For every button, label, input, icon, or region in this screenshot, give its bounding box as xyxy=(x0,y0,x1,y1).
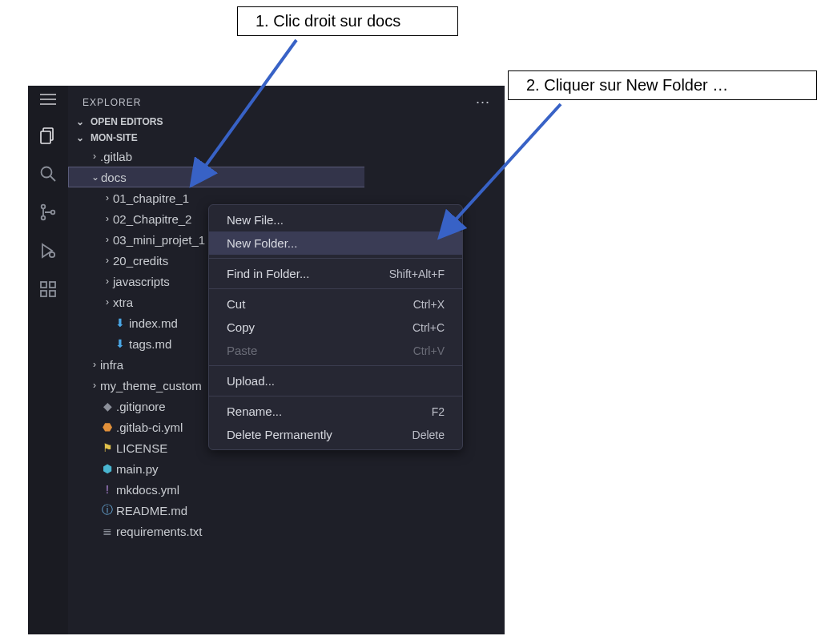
menu-upload-label: Upload... xyxy=(227,374,275,388)
menu-icon[interactable] xyxy=(40,94,56,107)
label: my_theme_custom xyxy=(100,379,202,392)
search-icon[interactable] xyxy=(38,163,58,184)
label: index.md xyxy=(129,316,178,330)
chevron-right-icon: › xyxy=(102,296,113,308)
label: requirements.txt xyxy=(116,525,203,538)
chevron-right-icon: › xyxy=(102,192,113,203)
label: mkdocs.yml xyxy=(116,483,179,497)
label: .gitlab-ci.yml xyxy=(116,421,183,434)
menu-paste: Paste Ctrl+V xyxy=(209,339,462,362)
section-workspace[interactable]: ⌄ MON-SITE xyxy=(68,130,505,146)
label: LICENSE xyxy=(116,441,167,455)
chevron-right-icon: › xyxy=(102,213,113,224)
label: 01_chapitre_1 xyxy=(113,191,189,205)
label: docs xyxy=(101,171,127,184)
menu-rename-shortcut: F2 xyxy=(432,405,445,418)
menu-cut[interactable]: Cut Ctrl+X xyxy=(209,292,462,316)
chevron-right-icon: › xyxy=(89,359,100,370)
tree-file-requirements[interactable]: ≣ requirements.txt xyxy=(68,521,505,541)
menu-upload[interactable]: Upload... xyxy=(209,369,462,392)
svg-point-6 xyxy=(51,211,55,215)
svg-rect-9 xyxy=(41,291,46,296)
callout-1: 1. Clic droit sur docs xyxy=(237,6,458,36)
text-icon: ≣ xyxy=(100,525,115,537)
menu-rename[interactable]: Rename... F2 xyxy=(209,400,462,423)
section-open-editors-label: OPEN EDITORS xyxy=(91,116,163,127)
label: javascripts xyxy=(113,275,170,288)
label: .gitignore xyxy=(116,400,166,413)
callout-2-text: 2. Cliquer sur New Folder … xyxy=(526,76,728,94)
markdown-icon: ⬇ xyxy=(113,337,127,350)
context-menu: New File... New Folder... Find in Folder… xyxy=(208,204,463,450)
menu-cut-label: Cut xyxy=(227,297,245,311)
menu-find-shortcut: Shift+Alt+F xyxy=(389,268,445,280)
callout-2: 2. Cliquer sur New Folder … xyxy=(508,70,817,100)
menu-copy-label: Copy xyxy=(227,320,255,334)
source-control-icon[interactable] xyxy=(38,202,58,223)
tree-file-mainpy[interactable]: ⬢ main.py xyxy=(68,458,505,479)
menu-separator xyxy=(209,396,462,396)
menu-separator xyxy=(209,258,462,259)
svg-point-7 xyxy=(50,252,54,257)
menu-find-in-folder[interactable]: Find in Folder... Shift+Alt+F xyxy=(209,262,462,285)
info-icon: ⓘ xyxy=(100,503,115,517)
tree-file-mkdocs[interactable]: ! mkdocs.yml xyxy=(68,479,505,500)
label: 02_Chapitre_2 xyxy=(113,212,191,226)
svg-rect-1 xyxy=(41,131,50,143)
yaml-icon: ! xyxy=(100,483,115,496)
menu-cut-shortcut: Ctrl+X xyxy=(413,298,445,311)
svg-line-3 xyxy=(50,176,55,181)
menu-new-folder-label: New Folder... xyxy=(227,236,297,250)
chevron-down-icon: ⌄ xyxy=(74,132,86,143)
menu-copy[interactable]: Copy Ctrl+C xyxy=(209,316,462,339)
svg-rect-11 xyxy=(50,282,55,288)
menu-delete-permanently[interactable]: Delete Permanently Delete xyxy=(209,423,462,446)
label: main.py xyxy=(116,462,159,476)
sidebar-header: EXPLORER ··· xyxy=(68,86,505,114)
extensions-icon[interactable] xyxy=(38,279,58,300)
tree-file-readme[interactable]: ⓘ README.md xyxy=(68,500,505,521)
tree-folder-gitlab[interactable]: › .gitlab xyxy=(68,146,505,167)
menu-new-file-label: New File... xyxy=(227,213,284,227)
label: xtra xyxy=(113,296,133,309)
menu-separator xyxy=(209,288,462,289)
chevron-right-icon: › xyxy=(102,255,113,266)
svg-rect-10 xyxy=(50,291,55,296)
chevron-down-icon: ⌄ xyxy=(74,116,86,127)
chevron-down-icon: ⌄ xyxy=(90,171,101,183)
label: 20_credits xyxy=(113,254,168,268)
label: .gitlab xyxy=(100,150,132,163)
gitlab-icon: ⬣ xyxy=(100,421,115,433)
svg-point-4 xyxy=(42,205,46,209)
section-open-editors[interactable]: ⌄ OPEN EDITORS xyxy=(68,114,505,130)
svg-point-2 xyxy=(42,167,52,178)
menu-paste-label: Paste xyxy=(227,344,257,357)
chevron-right-icon: › xyxy=(102,234,113,245)
activity-bar xyxy=(28,86,68,634)
sidebar-title: EXPLORER xyxy=(82,97,141,108)
menu-delete-shortcut: Delete xyxy=(412,429,445,441)
label: infra xyxy=(100,358,123,372)
section-workspace-label: MON-SITE xyxy=(91,132,138,143)
menu-new-folder[interactable]: New Folder... xyxy=(209,231,462,255)
menu-new-file[interactable]: New File... xyxy=(209,208,462,231)
label: README.md xyxy=(116,504,187,517)
svg-rect-8 xyxy=(41,282,46,288)
run-debug-icon[interactable] xyxy=(38,240,58,261)
python-icon: ⬢ xyxy=(100,462,115,475)
menu-separator xyxy=(209,365,462,366)
label: tags.md xyxy=(129,337,171,351)
menu-delete-label: Delete Permanently xyxy=(227,428,332,441)
menu-paste-shortcut: Ctrl+V xyxy=(413,344,445,357)
markdown-icon: ⬇ xyxy=(113,316,127,329)
license-icon: ⚑ xyxy=(100,441,115,454)
tree-folder-docs[interactable]: ⌄ docs xyxy=(68,167,364,187)
callout-1-text: 1. Clic droit sur docs xyxy=(256,12,400,30)
explorer-icon[interactable] xyxy=(38,125,58,146)
chevron-right-icon: › xyxy=(89,380,100,391)
menu-find-label: Find in Folder... xyxy=(227,267,309,280)
chevron-right-icon: › xyxy=(102,276,113,287)
menu-rename-label: Rename... xyxy=(227,405,282,418)
svg-point-5 xyxy=(42,216,46,220)
more-actions-icon[interactable]: ··· xyxy=(476,94,490,111)
